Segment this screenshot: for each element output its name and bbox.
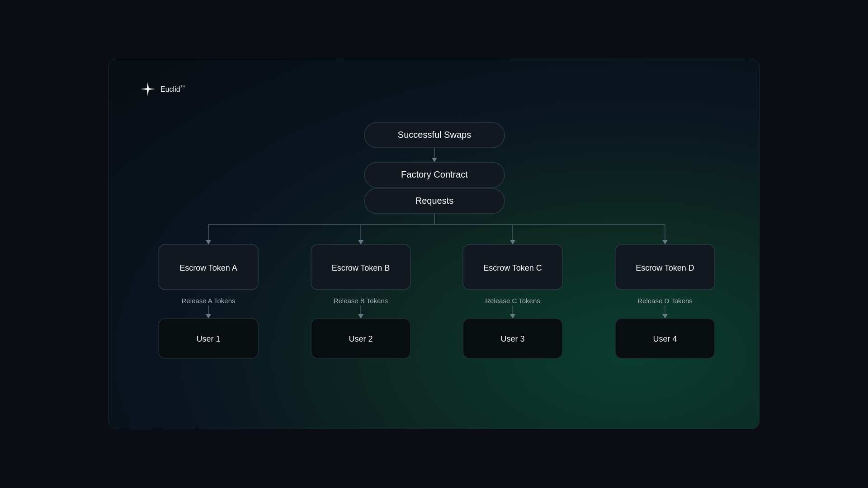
release-d-label: Release D Tokens (637, 297, 692, 305)
release-b-label: Release B Tokens (334, 297, 388, 305)
requests-label: Requests (415, 196, 454, 206)
logo-text: Euclid™ (160, 84, 186, 94)
user-4-label: User 4 (653, 334, 677, 343)
svg-marker-20 (206, 314, 211, 319)
svg-marker-24 (510, 314, 515, 319)
diagram-svg: Successful Swaps Factory Contract Reques… (109, 109, 760, 429)
svg-rect-16 (311, 244, 410, 290)
logo: Euclid™ (140, 81, 186, 97)
svg-rect-29 (463, 319, 562, 358)
svg-rect-4 (364, 188, 505, 214)
svg-rect-18 (615, 244, 715, 290)
svg-rect-27 (159, 319, 258, 358)
svg-rect-15 (159, 244, 258, 290)
svg-marker-12 (510, 240, 515, 244)
svg-marker-14 (662, 240, 668, 244)
svg-marker-2 (432, 158, 437, 162)
svg-marker-8 (206, 240, 211, 244)
escrow-c-label: Escrow Token C (483, 263, 542, 272)
factory-contract-label: Factory Contract (401, 169, 468, 179)
svg-rect-3 (364, 162, 505, 188)
escrow-a-label: Escrow Token A (179, 263, 237, 272)
screen: Euclid™ Successful Swaps Factory Contrac… (108, 59, 760, 429)
escrow-b-label: Escrow Token B (332, 263, 390, 272)
svg-rect-28 (311, 319, 410, 358)
user-1-label: User 1 (196, 334, 220, 343)
successful-swaps-label: Successful Swaps (398, 130, 471, 140)
logo-icon (140, 81, 156, 97)
user-3-label: User 3 (500, 334, 524, 343)
release-a-label: Release A Tokens (182, 297, 236, 305)
svg-marker-26 (662, 314, 668, 319)
svg-marker-22 (358, 314, 363, 319)
svg-rect-17 (463, 244, 562, 290)
svg-marker-10 (358, 240, 363, 244)
escrow-d-label: Escrow Token D (636, 263, 694, 272)
user-2-label: User 2 (349, 334, 373, 343)
svg-rect-0 (364, 122, 505, 148)
release-c-label: Release C Tokens (485, 297, 540, 305)
svg-rect-30 (615, 319, 715, 358)
